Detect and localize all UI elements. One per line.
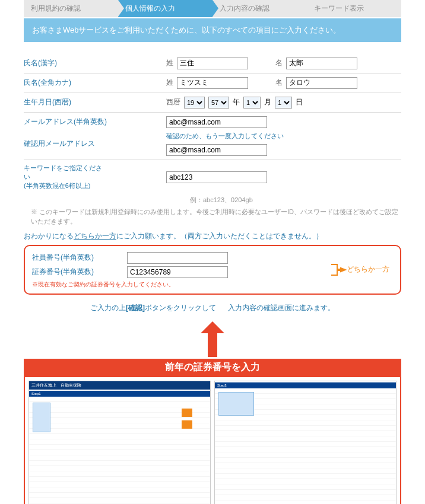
step-terms: 利用規約の確認 [24,0,118,17]
policy-no-input[interactable] [127,266,228,278]
step-personal-info: 個人情報の入力 [118,0,213,17]
label-dob: 生年月日(西暦) [24,97,107,107]
row-dob: 生年月日(西暦) 西暦 19 57 年 1 月 1 日 [24,93,401,113]
email-input[interactable] [166,116,267,128]
document-preview: 三井住友海上 自動車保険 Step1 Step2 Step3 Step4 前年の… [24,376,401,504]
label-sei: 姓 [166,58,173,68]
label-email-confirm: 確認用メールアドレス [24,139,107,149]
doc-step1: Step1 [29,391,210,397]
doc-page-left: 三井住友海上 自動車保険 Step1 Step2 [28,381,211,504]
year-prefix-select[interactable]: 19 [184,97,205,109]
sei-kana-input[interactable] [177,77,248,89]
mei-kana-input[interactable] [286,77,357,89]
doc-header: 三井住友海上 自動車保険 [29,381,210,390]
row-email: メールアドレス(半角英数) [24,113,401,132]
doc-step3: Step3 [215,382,396,388]
month-select[interactable]: 1 [243,97,261,109]
label-day-suffix: 日 [296,97,303,107]
keyword-note: ※ このキーワードは新規利用登録時にのみ使用します。今後ご利用時に必要なユーザー… [31,207,401,227]
label-sei-kana: 姓 [166,78,173,88]
employee-no-input[interactable] [127,252,228,264]
step-confirm: 入力内容の確認 [213,0,307,17]
label-month-suffix: 月 [264,97,271,107]
keyword-input[interactable] [166,171,267,183]
email-confirm-note: 確認のため、もう一度入力してください [166,132,284,141]
email-confirm-input[interactable] [166,144,267,156]
label-email: メールアドレス(半角英数) [24,117,107,127]
label-policy-no: 証券番号(半角英数) [32,267,127,277]
label-mei-kana: 名 [275,78,283,88]
keyword-example: 例：abc123、0204gb [190,196,401,205]
either-link[interactable]: どちらか一方 [74,232,116,240]
policy-no-note: ※現在有効なご契約の証券番号を入力してください。 [32,280,393,289]
label-era: 西暦 [166,97,180,107]
either-one-box: 社員番号(半角英数) 証券番号(半角英数) ※現在有効なご契約の証券番号を入力し… [24,245,401,295]
doc-page-right: Step3 Step4 [214,381,397,504]
either-instruction: おわかりになるどちらか一方にご入力願います。（両方ご入力いただくことはできません… [24,231,401,241]
bracket-icon [330,263,347,276]
mei-kanji-input[interactable] [286,58,357,69]
sei-kanji-input[interactable] [177,58,248,69]
progress-steps: 利用規約の確認 個人情報の入力 入力内容の確認 キーワード表示 [24,0,401,17]
label-mei: 名 [275,58,283,68]
either-one-tag: どちらか一方 [330,263,389,276]
label-year-suffix: 年 [233,97,240,107]
arrow-annotation [0,321,425,359]
day-select[interactable]: 1 [275,97,292,109]
annotation-title: 前年の証券番号を入力 [24,359,401,376]
instruction-banner: お客さまWebサービスをご利用いただくために、以下のすべての項目にご入力ください… [24,18,401,42]
row-keyword: キーワードをご指定ください (半角英数混在6桁以上) [24,160,401,194]
step-keyword: キーワード表示 [307,0,401,17]
label-name-kana: 氏名(全角カナ) [24,78,107,88]
label-employee-no: 社員番号(半角英数) [32,253,127,263]
row-name-kanji: 氏名(漢字) 姓 名 [24,54,401,74]
label-name-kanji: 氏名(漢字) [24,58,107,68]
label-keyword: キーワードをご指定ください (半角英数混在6桁以上) [24,164,107,191]
row-name-kana: 氏名(全角カナ) 姓 名 [24,74,401,93]
confirm-instruction: ご入力の上[確認]ボタンをクリックして 入力内容の確認画面に進みます。 [24,303,401,313]
up-arrow-icon [201,321,224,357]
year-select[interactable]: 57 [208,97,229,109]
row-email-confirm: 確認用メールアドレス 確認のため、もう一度入力してください [24,132,401,160]
